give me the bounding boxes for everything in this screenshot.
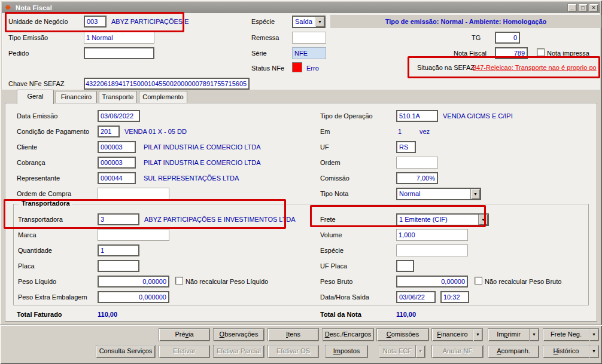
comissoes-button-label: Comissões (377, 329, 428, 341)
sefaz-rejection-link[interactable]: 847-Rejeicao: Transporte nao é proprio p… (473, 64, 597, 71)
transportadora-group-title: Transportadora (19, 200, 72, 207)
transportadora-desc: ABYZ PARTICIPAÇÕES E INVESTIMENTOS LTDA (144, 216, 296, 223)
uf-label: UF (320, 143, 329, 151)
efetivar-parcial-button-label: Efetivar Parcial (214, 345, 264, 357)
placa-field[interactable] (98, 260, 139, 272)
nao-recalcular-peso-bruto-checkbox[interactable] (475, 277, 482, 285)
unidade-negocio-name: ABYZ PARTICIPAÇÕES E (111, 18, 189, 25)
peso-bruto-field[interactable]: 0,00000 (396, 276, 468, 287)
comissao-field[interactable]: 7,00% (396, 172, 438, 184)
nota-impressa-checkbox[interactable] (537, 48, 545, 56)
tipo-emissao-field[interactable]: 1 Normal (84, 32, 154, 44)
pedido-label: Pedido (8, 50, 29, 57)
em-value: 1 (398, 128, 402, 135)
tipo-nota-label: Tipo Nota (320, 190, 348, 197)
data-emissao-label: Data Emissão (17, 112, 57, 120)
chevron-down-icon[interactable]: ▼ (473, 329, 482, 341)
anular-nf-button: Anular NF (431, 345, 484, 358)
ordem-compra-field[interactable] (98, 188, 169, 200)
remessa-field[interactable] (292, 32, 326, 44)
cobranca-desc: PILAT INDUSTRIA E COMERCIO LTDA (144, 159, 261, 166)
previa-button[interactable]: Prévia (159, 328, 210, 341)
desc-encargos-button[interactable]: Desc./Encargos (322, 328, 374, 341)
data-emissao-field[interactable]: 03/06/2022 (98, 110, 140, 122)
uf-placa-field[interactable] (396, 260, 414, 272)
maximize-icon[interactable]: □ (578, 4, 588, 12)
frete-dropdown[interactable]: 1 Emitente (CIF) ▼ (396, 213, 489, 226)
app-icon: ✸ (4, 4, 13, 12)
chevron-down-icon[interactable]: ▼ (589, 345, 598, 357)
chave-nfe-field[interactable]: 4322061894171500010455002000000789175571… (84, 78, 250, 90)
tab-complemento[interactable]: Complemento (139, 91, 187, 103)
previa-button-label: Prévia (159, 329, 209, 341)
hora-saida-field[interactable]: 10:32 (440, 291, 469, 303)
cliente-field[interactable]: 000003 (98, 141, 136, 153)
tg-field[interactable]: 0 (495, 32, 520, 44)
uf-placa-label: UF Placa (320, 262, 347, 270)
peso-liquido-field[interactable]: 0,00000 (98, 276, 169, 287)
ordem-field[interactable] (396, 157, 438, 169)
nao-recalcular-peso-liquido-label: Não recalcular Peso Líquido (186, 278, 268, 285)
quantidade-field[interactable]: 1 (98, 244, 139, 256)
representante-field[interactable]: 000044 (98, 172, 136, 184)
button-row2: Consulta ServiçosEfetivarEfetivar Parcia… (0, 345, 602, 359)
imprimir-button[interactable]: Imprimir▼ (488, 328, 539, 341)
tab-transporte[interactable]: Transporte (99, 91, 137, 103)
unidade-negocio-field[interactable]: 003 (84, 16, 107, 27)
cobranca-label: Cobrança (17, 159, 45, 166)
transportadora-label: Transportadora (18, 216, 63, 223)
tipo-operacao-desc: VENDA C/ICMS E C/IPI (443, 112, 513, 120)
marca-field[interactable] (98, 229, 169, 241)
peso-extra-label: Peso Extra Embalagem (18, 293, 87, 301)
serie-label: Série (251, 50, 267, 57)
data-saida-field[interactable]: 03/06/22 (396, 291, 436, 303)
transportadora-field[interactable]: 3 (98, 213, 139, 225)
minimize-icon[interactable]: _ (567, 4, 577, 12)
frete-neg-button[interactable]: Frete Neg.▼ (543, 328, 599, 341)
itens-button[interactable]: Itens (267, 328, 319, 341)
chevron-down-icon[interactable]: ▼ (478, 215, 488, 225)
comissoes-button[interactable]: Comissões (376, 328, 429, 341)
chevron-down-icon[interactable]: ▼ (470, 189, 480, 199)
volume-field[interactable]: 1,000 (396, 229, 468, 241)
observacoes-button[interactable]: Observações (213, 328, 264, 341)
cobranca-field[interactable]: 000003 (98, 157, 136, 169)
tipo-operacao-label: Tipo de Operação (320, 112, 373, 120)
financeiro-button[interactable]: Financeiro▼ (431, 328, 483, 341)
nota-fiscal-window: ✸ Nota Fiscal _ □ ✕ Unidade de Negócio 0… (0, 0, 602, 364)
nota-fiscal-field[interactable]: 789 (495, 47, 528, 59)
consulta-servicos-button[interactable]: Consulta Serviços (96, 345, 156, 358)
serie-field[interactable]: NFE (292, 47, 326, 59)
tg-label: TG (472, 34, 481, 41)
unidade-negocio-label: Unidade de Negócio (8, 18, 68, 25)
acompanh-button[interactable]: Acompanh. (488, 345, 539, 358)
status-nfe-label: Status NFe (251, 65, 284, 72)
chevron-down-icon[interactable]: ▼ (589, 329, 598, 341)
efetivar-button: Efetivar (159, 345, 210, 358)
quantidade-label: Quantidade (18, 247, 52, 254)
imprimir-button-label: Imprimir (488, 329, 529, 341)
tab-financeiro[interactable]: Financeiro (56, 91, 97, 103)
status-nfe-value: Erro (306, 65, 319, 72)
close-icon[interactable]: ✕ (589, 4, 598, 12)
peso-extra-field[interactable]: 0,000000 (98, 291, 169, 303)
historico-button-label: Histórico (543, 345, 589, 357)
historico-button[interactable]: Histórico▼ (543, 345, 599, 358)
especie-dropdown[interactable]: Saída ▼ (292, 16, 326, 28)
especie-group-field[interactable] (396, 244, 468, 256)
remessa-label: Remessa (251, 34, 279, 41)
nao-recalcular-peso-liquido-checkbox[interactable] (175, 277, 183, 285)
anular-nf-button-label: Anular NF (432, 345, 483, 357)
uf-field[interactable]: RS (396, 141, 416, 153)
efetivar-os-button-label: Efetivar OS (268, 345, 318, 357)
impostos-button[interactable]: Impostos (325, 345, 368, 358)
chevron-down-icon[interactable]: ▼ (315, 17, 324, 27)
pedido-field[interactable] (84, 47, 154, 59)
tipo-nota-dropdown[interactable]: Normal ▼ (396, 188, 481, 200)
tipo-operacao-field[interactable]: 510.1A (396, 110, 438, 122)
tab-geral[interactable]: Geral (17, 90, 54, 104)
chevron-down-icon[interactable]: ▼ (529, 329, 539, 341)
ordem-label: Ordem (320, 159, 340, 166)
cliente-desc: PILAT INDUSTRIA E COMERCIO LTDA (144, 143, 261, 151)
condicao-pagamento-field[interactable]: 201 (98, 126, 120, 137)
